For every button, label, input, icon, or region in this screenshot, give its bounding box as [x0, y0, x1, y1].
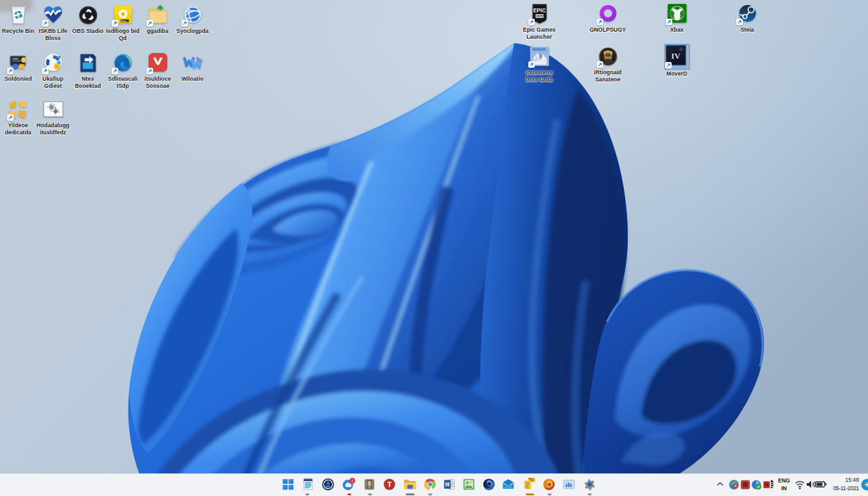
svg-text:GAMES: GAMES [535, 15, 544, 17]
svg-text:IV: IV [671, 52, 681, 61]
svg-text:buy: buy [526, 486, 529, 489]
svg-text:T: T [388, 480, 392, 488]
svg-text:Disc: Disc [121, 19, 127, 23]
svg-text:EPIC: EPIC [533, 8, 545, 14]
